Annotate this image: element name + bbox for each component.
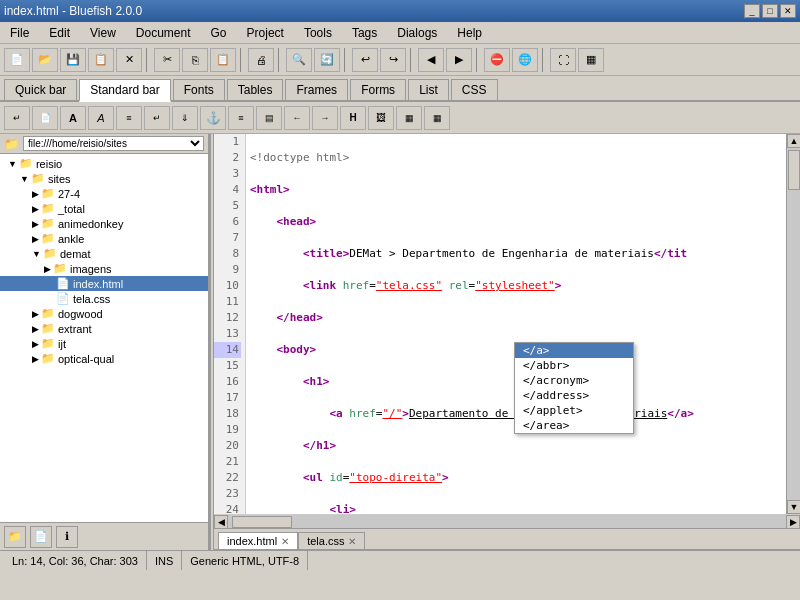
tree-item-tela-css[interactable]: 📄 tela.css	[0, 291, 208, 306]
print-button[interactable]: 🖨	[248, 48, 274, 72]
tb2-12[interactable]: →	[312, 106, 338, 130]
open-button[interactable]: 📂	[32, 48, 58, 72]
filepanel-header: 📁 file:///home/reisio/sites	[0, 134, 208, 154]
tree-item-ijt[interactable]: ▶ 📁 ijt	[0, 336, 208, 351]
tab-fonts[interactable]: Fonts	[173, 79, 225, 100]
filetab-tela[interactable]: tela.css ✕	[298, 532, 365, 549]
ac-item-acronym[interactable]: </acronym>	[515, 373, 633, 388]
statusbar: Ln: 14, Col: 36, Char: 303 INS Generic H…	[0, 550, 800, 570]
ac-item-applet[interactable]: </applet>	[515, 403, 633, 418]
replace-button[interactable]: 🔄	[314, 48, 340, 72]
tree-item-ankle[interactable]: ▶ 📁 ankle	[0, 231, 208, 246]
tree-item-reisio[interactable]: ▼ 📁 reisio	[0, 156, 208, 171]
undo-button[interactable]: ↩	[352, 48, 378, 72]
cut-button[interactable]: ✂	[154, 48, 180, 72]
copy-button[interactable]: ⎘	[182, 48, 208, 72]
new-button[interactable]: 📄	[4, 48, 30, 72]
close-file-button[interactable]: ✕	[116, 48, 142, 72]
tb2-6[interactable]: ↵	[144, 106, 170, 130]
menu-help[interactable]: Help	[451, 24, 488, 42]
menu-dialogs[interactable]: Dialogs	[391, 24, 443, 42]
horizontal-scrollbar[interactable]: ◀ ▶	[214, 514, 800, 528]
menu-tools[interactable]: Tools	[298, 24, 338, 42]
menu-project[interactable]: Project	[241, 24, 290, 42]
menu-tags[interactable]: Tags	[346, 24, 383, 42]
tb2-anchor[interactable]: ⚓	[200, 106, 226, 130]
menu-view[interactable]: View	[84, 24, 122, 42]
tab-quickbar[interactable]: Quick bar	[4, 79, 77, 100]
tb2-bold[interactable]: A	[60, 106, 86, 130]
tb2-10[interactable]: ▤	[256, 106, 282, 130]
scroll-track[interactable]	[787, 148, 800, 500]
save-as-button[interactable]: 📋	[88, 48, 114, 72]
tree-item-demat[interactable]: ▼ 📁 demat	[0, 246, 208, 261]
tb2-img[interactable]: 🖼	[368, 106, 394, 130]
tb2-11[interactable]: ←	[284, 106, 310, 130]
properties-button[interactable]: ℹ	[56, 526, 78, 548]
tree-item-animedonkey[interactable]: ▶ 📁 animedonkey	[0, 216, 208, 231]
titlebar-title: index.html - Bluefish 2.0.0	[4, 4, 142, 18]
ac-item-address[interactable]: </address>	[515, 388, 633, 403]
hscroll-track[interactable]	[228, 515, 786, 529]
fullscreen-button[interactable]: ⛶	[550, 48, 576, 72]
forward-button[interactable]: ▶	[446, 48, 472, 72]
code-editor[interactable]: <!doctype html> <html> <head> <title>DEM…	[246, 134, 786, 514]
find-button[interactable]: 🔍	[286, 48, 312, 72]
ac-item-abbr[interactable]: </abbr>	[515, 358, 633, 373]
tab-standardbar[interactable]: Standard bar	[79, 79, 170, 102]
vertical-scrollbar[interactable]: ▲ ▼	[786, 134, 800, 514]
save-button[interactable]: 💾	[60, 48, 86, 72]
menu-edit[interactable]: Edit	[43, 24, 76, 42]
tab-frames[interactable]: Frames	[285, 79, 348, 100]
tree-item-imagens[interactable]: ▶ 📁 imagens	[0, 261, 208, 276]
main-area: 📁 file:///home/reisio/sites ▼ 📁 reisio ▼…	[0, 134, 800, 550]
stop-button[interactable]: ⛔	[484, 48, 510, 72]
back-button[interactable]: ◀	[418, 48, 444, 72]
new-file-button[interactable]: 📄	[30, 526, 52, 548]
filetab-tela-close[interactable]: ✕	[348, 536, 356, 547]
hscroll-left[interactable]: ◀	[214, 515, 228, 529]
close-button[interactable]: ✕	[780, 4, 796, 18]
tab-tables[interactable]: Tables	[227, 79, 284, 100]
hscroll-thumb[interactable]	[232, 516, 292, 528]
tree-item-total[interactable]: ▶ 📁 _total	[0, 201, 208, 216]
filetab-index[interactable]: index.html ✕	[218, 532, 298, 549]
new-folder-button[interactable]: 📁	[4, 526, 26, 548]
tb2-h[interactable]: H	[340, 106, 366, 130]
tb2-5[interactable]: ≡	[116, 106, 142, 130]
globe-button[interactable]: 🌐	[512, 48, 538, 72]
separator7	[542, 48, 546, 72]
tb2-7[interactable]: ⇓	[172, 106, 198, 130]
tab-forms[interactable]: Forms	[350, 79, 406, 100]
minimize-button[interactable]: _	[744, 4, 760, 18]
ac-item-a[interactable]: </a>	[515, 343, 633, 358]
tree-item-index-html[interactable]: 📄 index.html	[0, 276, 208, 291]
tb2-1[interactable]: ↵	[4, 106, 30, 130]
tree-item-sites[interactable]: ▼ 📁 sites	[0, 171, 208, 186]
scroll-down-button[interactable]: ▼	[787, 500, 800, 514]
menu-document[interactable]: Document	[130, 24, 197, 42]
scroll-thumb[interactable]	[788, 150, 800, 190]
tree-item-optical[interactable]: ▶ 📁 optical-qual	[0, 351, 208, 366]
scroll-up-button[interactable]: ▲	[787, 134, 800, 148]
maximize-button[interactable]: □	[762, 4, 778, 18]
ac-item-area[interactable]: </area>	[515, 418, 633, 433]
tab-css[interactable]: CSS	[451, 79, 498, 100]
tree-item-dogwood[interactable]: ▶ 📁 dogwood	[0, 306, 208, 321]
tb2-9[interactable]: ≡	[228, 106, 254, 130]
tb2-2[interactable]: 📄	[32, 106, 58, 130]
filetab-index-close[interactable]: ✕	[281, 536, 289, 547]
tree-item-27-4[interactable]: ▶ 📁 27-4	[0, 186, 208, 201]
menu-file[interactable]: File	[4, 24, 35, 42]
menu-go[interactable]: Go	[205, 24, 233, 42]
tab-list[interactable]: List	[408, 79, 449, 100]
tb2-15[interactable]: ▦	[396, 106, 422, 130]
hscroll-right[interactable]: ▶	[786, 515, 800, 529]
redo-button[interactable]: ↪	[380, 48, 406, 72]
panel-button[interactable]: ▦	[578, 48, 604, 72]
tb2-italic[interactable]: A	[88, 106, 114, 130]
tree-item-extrant[interactable]: ▶ 📁 extrant	[0, 321, 208, 336]
paste-button[interactable]: 📋	[210, 48, 236, 72]
tb2-16[interactable]: ▦	[424, 106, 450, 130]
path-selector[interactable]: file:///home/reisio/sites	[23, 136, 204, 151]
